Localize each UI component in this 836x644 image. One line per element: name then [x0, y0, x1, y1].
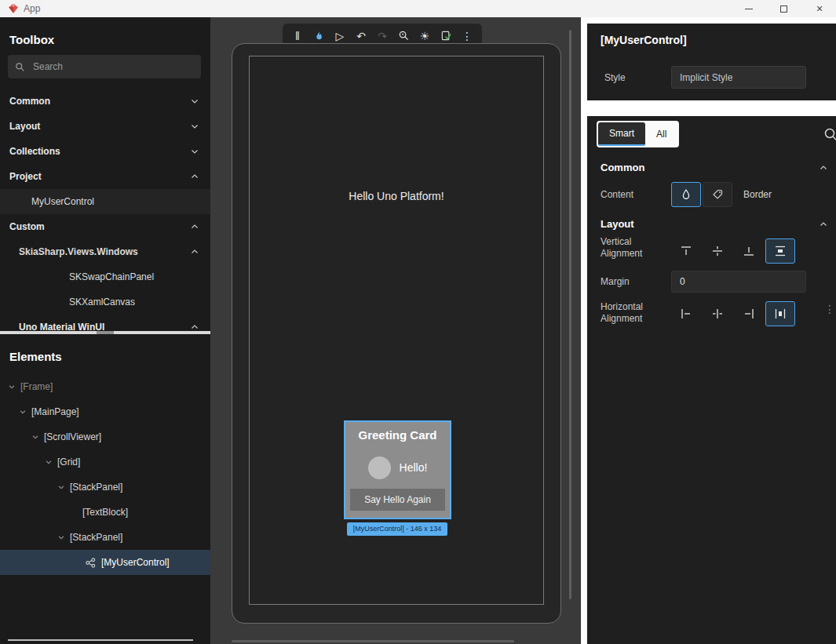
- say-hello-again-button[interactable]: Say Hello Again: [350, 489, 445, 511]
- align-hcenter-icon: [711, 307, 724, 320]
- element-icon: [680, 188, 692, 201]
- card-greeting-row: Hello!: [345, 455, 450, 480]
- inspect-button[interactable]: [396, 27, 411, 45]
- halign-left-button[interactable]: [671, 301, 701, 326]
- valign-center-button[interactable]: [703, 238, 732, 264]
- style-label: Style: [604, 72, 626, 83]
- design-canvas[interactable]: ‖ ▷ ↶ ↷ ☀ ⋮ Hello Uno Platform! Greeting…: [210, 17, 581, 644]
- panel-splitter[interactable]: [0, 331, 210, 334]
- caret-down-icon: [19, 408, 27, 416]
- caret-down-icon: [8, 383, 16, 391]
- tree-item-scrollviewer[interactable]: [ScrollViewer]: [0, 424, 210, 449]
- align-left-icon: [680, 307, 692, 320]
- tab-all[interactable]: All: [645, 122, 677, 146]
- maximize-icon: [780, 5, 787, 13]
- undo-icon: ↶: [356, 30, 366, 42]
- content-tag-button[interactable]: [703, 182, 732, 207]
- theme-toggle-button[interactable]: ☀: [417, 27, 433, 45]
- toolbar-drag-handle[interactable]: ‖: [290, 27, 305, 45]
- tree-item-stackpanel-2[interactable]: [StackPanel]: [0, 525, 210, 550]
- chevron-up-icon: [190, 222, 199, 231]
- redo-button[interactable]: ↷: [374, 27, 390, 45]
- textblock-hello[interactable]: Hello Uno Platform!: [232, 190, 560, 202]
- properties-tabs: Smart All: [597, 121, 679, 147]
- chevron-up-icon[interactable]: [819, 163, 828, 173]
- toolbox-heading: Toolbox: [9, 33, 54, 46]
- tree-item-grid[interactable]: [Grid]: [0, 449, 210, 475]
- splitter-grip-icon: [97, 331, 114, 334]
- sidebar-item-collections[interactable]: Collections: [0, 139, 210, 164]
- sidebar-item-skswapchainpanel[interactable]: SKSwapChainPanel: [0, 264, 210, 289]
- content-element-button[interactable]: [671, 182, 701, 207]
- form-check-icon: [440, 30, 452, 42]
- sidebar-item-custom[interactable]: Custom: [0, 214, 210, 239]
- align-right-icon: [743, 307, 755, 320]
- panel-scroll-dots-icon[interactable]: ⋮: [824, 304, 835, 315]
- card-title: Greeting Card: [345, 428, 450, 442]
- valign-stretch-button[interactable]: [765, 238, 795, 264]
- vertical-alignment-group: [671, 238, 795, 264]
- validate-button[interactable]: [438, 27, 454, 45]
- tree-item-stackpanel-1[interactable]: [StackPanel]: [0, 475, 210, 500]
- tab-smart[interactable]: Smart: [598, 122, 645, 146]
- inspect-icon: [398, 30, 410, 42]
- selection-header-panel: [MyUserControl] Style: [587, 24, 836, 100]
- content-editor-toggle: [671, 182, 732, 207]
- sidebar-item-uno-material-winui[interactable]: Uno Material WinUI: [0, 315, 210, 340]
- sidebar-item-common[interactable]: Common: [0, 89, 210, 114]
- tree-item-textblock[interactable]: [TextBlock]: [0, 500, 210, 525]
- play-button[interactable]: ▷: [332, 27, 348, 45]
- align-vstretch-icon: [774, 245, 787, 257]
- sidebar-item-layout[interactable]: Layout: [0, 114, 210, 139]
- app-logo-icon: [8, 3, 19, 14]
- toolbar-more-button[interactable]: ⋮: [459, 27, 475, 45]
- canvas-horizontal-scrollbar[interactable]: [232, 640, 514, 642]
- sidebar-item-myusercontrol[interactable]: MyUserControl: [0, 189, 210, 214]
- properties-panel: Smart All Common Content Border Layout V…: [587, 116, 836, 644]
- selected-usercontrol[interactable]: Greeting Card Hello! Say Hello Again: [344, 420, 451, 519]
- undo-button[interactable]: ↶: [353, 27, 369, 45]
- sun-icon: ☀: [420, 30, 430, 42]
- tree-item-mainpage[interactable]: [MainPage]: [0, 399, 210, 424]
- close-button[interactable]: ×: [808, 0, 831, 17]
- sidebar-item-skxamlcanvas[interactable]: SKXamlCanvas: [0, 289, 210, 315]
- tree-item-frame[interactable]: [Frame]: [0, 374, 210, 399]
- margin-input[interactable]: [671, 271, 806, 293]
- canvas-vertical-scrollbar[interactable]: [569, 30, 571, 599]
- chevron-down-icon: [190, 147, 199, 156]
- maximize-button[interactable]: [772, 0, 795, 17]
- minimize-icon: [745, 9, 753, 9]
- flame-icon: [313, 30, 325, 42]
- redo-icon: ↷: [378, 30, 387, 42]
- valign-bottom-button[interactable]: [734, 238, 764, 264]
- sidebar-item-project[interactable]: Project: [0, 164, 210, 189]
- properties-search-icon[interactable]: [823, 126, 836, 144]
- align-hstretch-icon: [774, 307, 787, 320]
- hot-reload-button[interactable]: [311, 27, 327, 45]
- left-panel-scrollbar[interactable]: [8, 639, 193, 641]
- valign-top-button[interactable]: [671, 238, 701, 264]
- chevron-up-icon: [190, 247, 199, 257]
- margin-label: Margin: [601, 276, 630, 287]
- selected-control-title: [MyUserControl]: [601, 34, 687, 46]
- halign-stretch-button[interactable]: [765, 301, 795, 326]
- align-bottom-icon: [743, 245, 755, 257]
- style-input[interactable]: [671, 66, 806, 89]
- app-window: App × Toolbox Common Layout Collections …: [0, 0, 836, 644]
- minimize-button[interactable]: [737, 0, 761, 17]
- chevron-up-icon[interactable]: [819, 220, 828, 229]
- halign-right-button[interactable]: [734, 301, 764, 326]
- content-label: Content: [601, 189, 633, 200]
- sidebar-item-skiasharp-views-windows[interactable]: SkiaSharp.Views.Windows: [0, 239, 210, 264]
- usercontrol-icon: [85, 557, 97, 569]
- vertical-alignment-label: Vertical Alignment: [601, 236, 666, 260]
- search-icon: [15, 62, 25, 72]
- elements-heading: Elements: [9, 350, 62, 363]
- halign-center-button[interactable]: [703, 301, 732, 326]
- chevron-up-icon: [190, 172, 199, 181]
- align-vcenter-icon: [711, 245, 724, 257]
- toolbox-search[interactable]: [8, 55, 201, 78]
- tree-item-myusercontrol[interactable]: [MyUserControl]: [0, 550, 210, 575]
- caret-down-icon: [57, 483, 65, 491]
- toolbox-search-input[interactable]: [31, 60, 194, 73]
